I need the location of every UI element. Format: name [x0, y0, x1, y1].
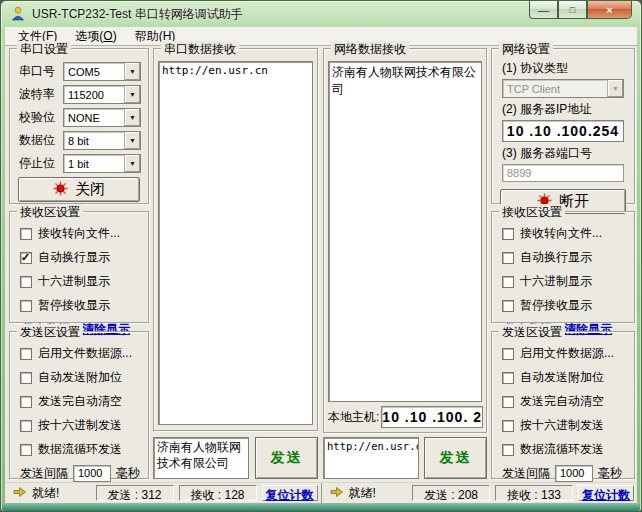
option-receive-to-file-left: 接收转向文件... — [20, 225, 148, 242]
network-send-input[interactable]: http://en.usr.cn — [323, 437, 419, 479]
send-interval-row-right: 发送间隔 1000 毫秒 — [502, 465, 634, 482]
stop-bits-select[interactable]: 1 bit ▼ — [63, 154, 141, 173]
chevron-down-icon[interactable]: ▼ — [124, 155, 140, 172]
stop-bits-label: 停止位 — [19, 155, 63, 172]
server-port-label: (3) 服务器端口号 — [502, 145, 634, 162]
checkbox[interactable] — [502, 252, 514, 264]
network-receive-area[interactable]: 济南有人物联网技术有限公司 — [328, 61, 482, 402]
option-hex-display-left: 十六进制显示 — [20, 273, 148, 290]
chevron-down-icon[interactable]: ▼ — [124, 86, 140, 103]
checkbox[interactable] — [502, 276, 514, 288]
network-send-button[interactable]: 发送 — [424, 437, 487, 479]
maximize-button[interactable]: □ — [558, 1, 587, 19]
serial-receive-group: 串口数据接收 http://en.usr.cn — [153, 48, 318, 431]
checkbox-label: 启用文件数据源... — [520, 345, 614, 362]
serial-send-input[interactable]: 济南有人物联网技术有限公司 — [153, 437, 249, 479]
checkbox[interactable] — [502, 444, 514, 456]
status-right: 就绪! 发送 : 208 接收 : 133 复位计数 — [322, 483, 638, 503]
checkbox[interactable] — [502, 420, 514, 432]
checkbox[interactable] — [20, 420, 32, 432]
option-loop-send-right: 数据流循环发送 — [502, 441, 634, 458]
send-interval-label: 发送间隔 — [20, 465, 68, 482]
server-ip-field[interactable]: 10 .10 .100.254 — [502, 120, 624, 142]
checkbox-label: 按十六进制发送 — [38, 417, 122, 434]
checkbox[interactable] — [502, 372, 514, 384]
checkbox[interactable] — [502, 348, 514, 360]
com-port-select[interactable]: COM5 ▼ — [63, 62, 141, 81]
parity-value: NONE — [64, 112, 124, 124]
checkbox[interactable] — [20, 276, 32, 288]
parity-select[interactable]: NONE ▼ — [63, 108, 141, 127]
receive-settings-right-title: 接收区设置 — [499, 204, 565, 221]
close-icon: × — [606, 5, 612, 15]
network-receive-group: 网络数据接收 济南有人物联网技术有限公司 本地主机: 10 .10 .100. … — [323, 48, 487, 433]
chevron-down-icon[interactable]: ▼ — [124, 63, 140, 80]
checkbox[interactable] — [20, 396, 32, 408]
chevron-down-icon[interactable]: ▼ — [124, 109, 140, 126]
option-send-as-hex-right: 按十六进制发送 — [502, 417, 634, 434]
checkbox[interactable] — [20, 348, 32, 360]
option-hex-display-right: 十六进制显示 — [502, 273, 634, 290]
chevron-down-icon: ▼ — [607, 80, 623, 97]
option-auto-newline-right: 自动换行显示 — [502, 249, 634, 266]
close-button[interactable]: × — [587, 1, 632, 19]
protocol-type-label: (1) 协议类型 — [502, 60, 634, 77]
send-settings-left-group: 发送区设置 启用文件数据源... 自动发送附加位 发送完自动清空 按十六进制发送… — [9, 331, 149, 479]
checkbox[interactable] — [502, 396, 514, 408]
checkbox-label: 数据流循环发送 — [520, 441, 604, 458]
minimize-button[interactable]: — — [529, 1, 558, 19]
checkbox[interactable] — [20, 300, 32, 312]
option-file-source-right: 启用文件数据源... — [502, 345, 634, 362]
local-host-label: 本地主机: — [328, 409, 379, 426]
checkbox-label: 暂停接收显示 — [38, 297, 110, 314]
ready-hand-icon — [330, 486, 344, 501]
serial-settings-title: 串口设置 — [17, 41, 71, 58]
send-interval-input[interactable]: 1000 — [73, 465, 111, 482]
sent-count: 发送 : 312 — [96, 485, 174, 501]
checkbox[interactable] — [20, 252, 32, 264]
baud-rate-select[interactable]: 115200 ▼ — [63, 85, 141, 104]
data-bits-label: 数据位 — [19, 132, 63, 149]
checkbox-label: 暂停接收显示 — [520, 297, 592, 314]
parity-row: 校验位 NONE ▼ — [19, 108, 141, 127]
checkbox[interactable] — [20, 444, 32, 456]
status-bar: 就绪! 发送 : 312 接收 : 128 复位计数 就绪! 发送 : 208 … — [5, 482, 637, 503]
serial-receive-area[interactable]: http://en.usr.cn — [158, 61, 313, 425]
option-clear-after-send-left: 发送完自动清空 — [20, 393, 148, 410]
serial-send-button[interactable]: 发送 — [255, 437, 318, 479]
checkbox[interactable] — [502, 300, 514, 312]
com-port-label: 串口号 — [19, 63, 63, 80]
status-left: 就绪! 发送 : 312 接收 : 128 复位计数 — [5, 483, 322, 503]
checkbox[interactable] — [20, 372, 32, 384]
send-settings-left-title: 发送区设置 — [17, 324, 83, 341]
reset-count-link[interactable]: 复位计数 — [582, 488, 630, 502]
serial-close-label: 关闭 — [75, 180, 105, 199]
stop-bits-value: 1 bit — [64, 158, 124, 170]
baud-rate-label: 波特率 — [19, 86, 63, 103]
send-interval-row-left: 发送间隔 1000 毫秒 — [20, 465, 148, 482]
chevron-down-icon[interactable]: ▼ — [124, 132, 140, 149]
checkbox-label: 接收转向文件... — [38, 225, 120, 242]
checkbox-label: 发送完自动清空 — [520, 393, 604, 410]
title-bar[interactable]: USR-TCP232-Test 串口转网络调试助手 — [1, 1, 521, 27]
data-bits-select[interactable]: 8 bit ▼ — [63, 131, 141, 150]
protocol-type-select[interactable]: TCP Client ▼ — [502, 79, 624, 98]
checkbox-label: 接收转向文件... — [520, 225, 602, 242]
server-port-field[interactable]: 8899 — [502, 164, 624, 182]
send-interval-input[interactable]: 1000 — [555, 465, 593, 482]
window-title: USR-TCP232-Test 串口转网络调试助手 — [32, 6, 243, 23]
network-settings-title: 网络设置 — [499, 41, 553, 58]
data-bits-value: 8 bit — [64, 135, 124, 147]
serial-close-button[interactable]: 关闭 — [18, 177, 140, 202]
data-bits-row: 数据位 8 bit ▼ — [19, 131, 141, 150]
checkbox[interactable] — [502, 228, 514, 240]
app-icon — [10, 6, 26, 22]
parity-label: 校验位 — [19, 109, 63, 126]
checkbox[interactable] — [20, 228, 32, 240]
reset-count-link[interactable]: 复位计数 — [266, 488, 314, 502]
send-interval-label: 发送间隔 — [502, 465, 550, 482]
checkbox-label: 启用文件数据源... — [38, 345, 132, 362]
menu-options[interactable]: 选项(O) — [66, 26, 125, 47]
local-host-ip-field[interactable]: 10 .10 .100. 2 — [381, 406, 483, 428]
ready-hand-icon — [13, 486, 27, 501]
